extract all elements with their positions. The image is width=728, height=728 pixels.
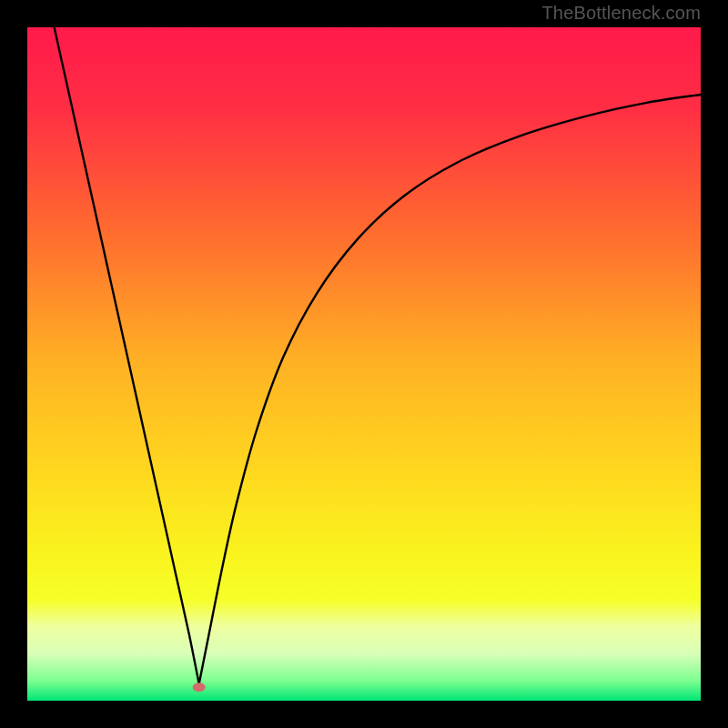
bottleneck-chart (27, 27, 701, 701)
watermark-text: TheBottleneck.com (541, 3, 701, 24)
chart-frame (27, 27, 701, 701)
minimum-marker (193, 682, 206, 692)
